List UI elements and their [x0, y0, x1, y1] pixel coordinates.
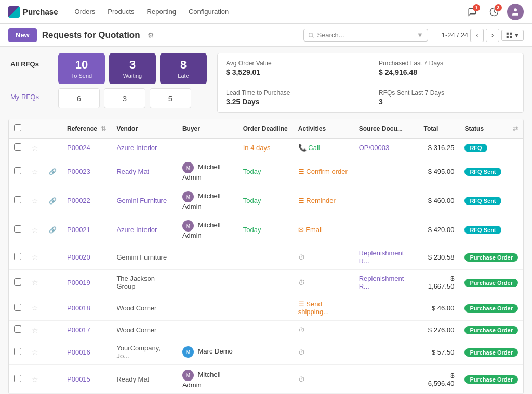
th-total[interactable]: Total [419, 119, 460, 138]
row-vendor[interactable]: Azure Interior [111, 215, 177, 244]
row-star-cell[interactable]: ☆ [26, 295, 44, 321]
row-star-cell[interactable]: ☆ [26, 186, 44, 215]
activity-menu[interactable]: ☰ Confirm order [298, 168, 348, 175]
vendor-name[interactable]: Gemini Furniture [116, 253, 167, 261]
activity-menu[interactable]: ☰ Reminder [298, 197, 336, 205]
column-settings-icon[interactable]: ⇄ [513, 125, 518, 132]
row-reference[interactable]: P00017 [62, 321, 111, 339]
row-star-cell[interactable]: ☆ [26, 157, 44, 186]
row-checkbox[interactable] [14, 325, 21, 333]
row-star-cell[interactable]: ☆ [26, 270, 44, 295]
row-activity[interactable]: 📞 Call [293, 138, 354, 157]
star-icon[interactable]: ☆ [32, 197, 38, 205]
row-checkbox[interactable] [14, 225, 21, 233]
reference-link[interactable]: P00016 [67, 348, 90, 356]
row-activity[interactable]: ⏱ [293, 321, 354, 339]
star-icon[interactable]: ☆ [32, 375, 38, 384]
search-input[interactable] [317, 31, 413, 39]
row-vendor[interactable]: Ready Mat [111, 157, 177, 186]
reference-link[interactable]: P00019 [67, 279, 90, 287]
row-action-icon[interactable]: 🔗 [49, 197, 57, 205]
star-icon[interactable]: ☆ [32, 304, 38, 312]
row-star-cell[interactable]: ☆ [26, 244, 44, 270]
row-vendor[interactable]: Wood Corner [111, 295, 177, 321]
th-reference[interactable]: Reference ⇅ [62, 119, 111, 138]
row-reference[interactable]: P00021 [62, 215, 111, 244]
row-vendor[interactable]: Gemini Furniture [111, 244, 177, 270]
row-activity[interactable]: ⏱ [293, 365, 354, 394]
user-avatar[interactable] [507, 4, 524, 20]
star-icon[interactable]: ☆ [32, 326, 38, 334]
star-icon[interactable]: ☆ [32, 348, 38, 356]
reference-link[interactable]: P00023 [67, 168, 90, 175]
row-action-cell[interactable]: 🔗 [44, 186, 62, 215]
row-action-cell[interactable] [44, 365, 62, 394]
row-vendor[interactable]: Azure Interior [111, 138, 177, 157]
row-star-cell[interactable]: ☆ [26, 215, 44, 244]
th-source[interactable]: Source Docu... [354, 119, 419, 138]
row-activity[interactable]: ✉ Email [293, 215, 354, 244]
row-action-cell[interactable]: 🔗 [44, 157, 62, 186]
reference-link[interactable]: P00018 [67, 304, 90, 312]
star-icon[interactable]: ☆ [32, 253, 38, 261]
reference-link[interactable]: P00017 [67, 326, 90, 334]
source-doc[interactable]: OP/00003 [359, 144, 390, 152]
sub-num-1[interactable]: 3 [104, 88, 145, 108]
brand[interactable]: Purchase [8, 6, 58, 18]
sub-num-0[interactable]: 6 [58, 88, 100, 108]
row-activity[interactable]: ☰ Reminder [293, 186, 354, 215]
row-vendor[interactable]: Wood Corner [111, 321, 177, 339]
row-checkbox-cell[interactable] [9, 244, 26, 270]
row-vendor[interactable]: Gemini Furniture [111, 186, 177, 215]
row-action-cell[interactable] [44, 295, 62, 321]
reference-link[interactable]: P00020 [67, 253, 90, 261]
stat-late[interactable]: 8 Late [160, 53, 207, 84]
row-reference[interactable]: P00019 [62, 270, 111, 295]
row-reference[interactable]: P00023 [62, 157, 111, 186]
vendor-name[interactable]: Ready Mat [116, 375, 149, 383]
view-toggle-button[interactable]: ▼ [501, 30, 524, 41]
row-action-cell[interactable] [44, 138, 62, 157]
search-dropdown-icon[interactable]: ▼ [417, 31, 423, 39]
prev-page-button[interactable]: ‹ [470, 29, 484, 42]
row-action-icon[interactable]: 🔗 [49, 226, 57, 234]
vendor-name[interactable]: Wood Corner [116, 304, 156, 312]
sub-num-2[interactable]: 5 [150, 88, 191, 108]
row-reference[interactable]: P00022 [62, 186, 111, 215]
reference-link[interactable]: P00024 [67, 144, 90, 152]
row-checkbox[interactable] [14, 167, 21, 174]
row-checkbox[interactable] [14, 375, 21, 382]
row-activity[interactable]: ⏱ [293, 339, 354, 365]
row-checkbox[interactable] [14, 348, 21, 355]
reference-link[interactable]: P00021 [67, 226, 90, 234]
row-checkbox-cell[interactable] [9, 186, 26, 215]
reference-link[interactable]: P00022 [67, 197, 90, 205]
nav-orders[interactable]: Orders [69, 0, 102, 24]
row-reference[interactable]: P00020 [62, 244, 111, 270]
nav-products[interactable]: Products [101, 0, 140, 24]
vendor-name[interactable]: Gemini Furniture [116, 197, 167, 205]
row-activity[interactable]: ☰ Send shipping... [293, 295, 354, 321]
row-checkbox[interactable] [14, 304, 21, 311]
th-vendor[interactable]: Vendor [111, 119, 177, 138]
row-action-cell[interactable] [44, 339, 62, 365]
source-doc[interactable]: Replenishment R... [359, 275, 404, 290]
row-checkbox-cell[interactable] [9, 270, 26, 295]
row-action-cell[interactable] [44, 244, 62, 270]
th-deadline[interactable]: Order Deadline [238, 119, 293, 138]
row-checkbox-cell[interactable] [9, 157, 26, 186]
star-icon[interactable]: ☆ [32, 168, 38, 176]
filter-all-rfqs[interactable]: All RFQs [8, 57, 50, 71]
row-action-cell[interactable] [44, 270, 62, 295]
vendor-name[interactable]: YourCompany, Jo... [116, 344, 161, 360]
next-page-button[interactable]: › [486, 29, 499, 42]
row-activity[interactable]: ⏱ [293, 244, 354, 270]
row-checkbox-cell[interactable] [9, 321, 26, 339]
vendor-name[interactable]: Azure Interior [116, 144, 157, 152]
star-icon[interactable]: ☆ [32, 226, 38, 234]
row-reference[interactable]: P00018 [62, 295, 111, 321]
sort-reference-icon[interactable]: ⇅ [101, 125, 106, 132]
row-action-cell[interactable]: 🔗 [44, 215, 62, 244]
activity-call[interactable]: 📞 Call [298, 144, 320, 152]
vendor-name[interactable]: The Jackson Group [116, 275, 155, 290]
